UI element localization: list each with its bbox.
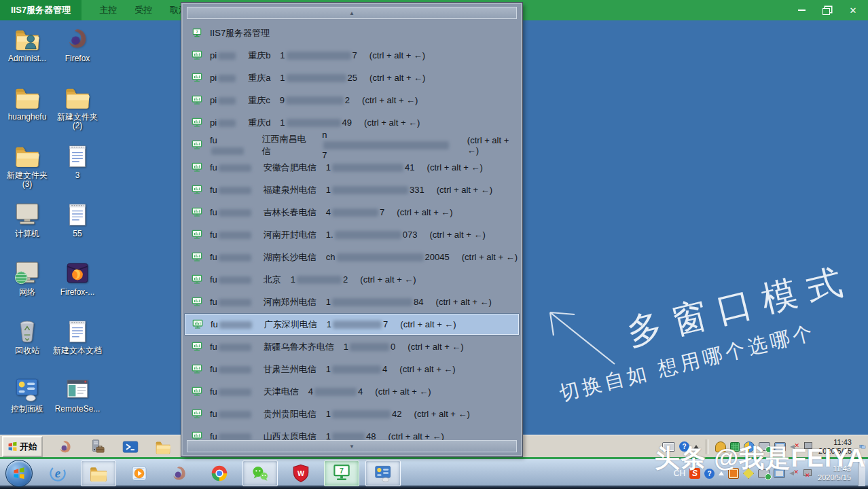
start-orb[interactable] [5,460,33,487]
language-indicator[interactable]: CH [674,469,685,478]
server-monitor-icon [191,230,203,240]
show-desktop-button[interactable] [858,460,865,486]
desktop-icon-new-folder-3[interactable]: 新建文件夹(3) [2,141,52,200]
sogou-input-icon[interactable]: S [689,468,700,479]
session-item-main[interactable]: IIS7服务器管理 [183,22,521,44]
titlebar-menu-item[interactable]: 受控 [134,4,152,16]
server-monitor-icon [191,409,203,420]
taskbar-wechat[interactable] [242,460,278,486]
server-session-item[interactable]: fu 河南开封电信 1.073 (ctrl + alt + ←) [183,223,521,246]
taskbar-firefox[interactable] [162,461,196,486]
server-session-item[interactable]: fu 北京 12 (ctrl + alt + ←) [183,268,521,291]
network-activity-icon[interactable] [730,442,740,452]
keyboard-icon[interactable] [662,442,675,452]
tray-expand-icon[interactable] [693,445,699,449]
server-user: fu [210,162,253,173]
taskbar-iis7-manager[interactable] [324,460,359,486]
quicklaunch-powershell-icon[interactable] [122,438,139,456]
desktop-icon-firefox[interactable]: Firefox [52,24,103,83]
server-session-item[interactable]: fu 福建泉州电信 1331 (ctrl + alt + ←) [183,179,521,201]
tray-app-icon[interactable] [728,468,739,479]
desktop-icon-image [62,200,92,228]
update-icon[interactable] [744,441,755,452]
network-icon[interactable] [774,442,786,452]
taskbar-w-security[interactable] [284,461,318,486]
titlebar-menu-item[interactable]: 主控 [99,4,117,16]
help-icon[interactable]: ? [679,441,689,452]
taskbar-remote-control[interactable] [365,460,401,486]
desktop-icon-image [12,83,42,111]
local-clock[interactable]: 11:43 2020/5/15 [818,465,851,482]
server-session-item[interactable]: fu 新疆乌鲁木齐电信 10 (ctrl + alt + ←) [183,336,521,358]
server-session-item[interactable]: fu 天津电信 44 (ctrl + alt + ←) [183,380,521,403]
desktop-icon-doc-3[interactable]: 3 [52,141,103,200]
desktop-icon-new-folder-2[interactable]: 新建文件夹(2) [52,83,103,141]
screenshot-tool-icon[interactable] [743,468,754,479]
server-user: fu [210,230,253,240]
action-center-flag-icon[interactable] [803,469,811,478]
server-monitor-icon [191,252,203,263]
desktop-icon-new-text-doc[interactable]: 新建文本文档 [52,316,103,375]
volume-muted-icon[interactable] [790,443,799,451]
server-session-item[interactable]: fu 湖南长沙电信 ch20045 (ctrl + alt + ←) [183,246,521,268]
server-session-item[interactable]: pi 重庆b 17 (ctrl + alt + ←) [183,44,521,67]
server-session-item[interactable]: fu 河南郑州电信 184 (ctrl + alt + ←) [183,291,521,313]
minimize-icon[interactable] [796,5,807,16]
tray-expand-icon[interactable] [719,471,724,475]
redacted-user [219,232,251,239]
server-user: pi [210,117,237,128]
server-user: fu [211,319,253,329]
server-location: 河南开封电信 [264,229,317,241]
desktop-icon-doc-55[interactable]: 55 [52,200,103,258]
desktop-icon-network[interactable]: 网络 [2,258,52,316]
server-monitor-icon [191,364,203,375]
usb-device-icon[interactable] [759,442,770,451]
desktop-icon-label: 55 [73,230,82,238]
restore-icon[interactable] [822,5,833,16]
user-session-icon[interactable] [715,441,726,452]
remote-start-button[interactable]: 开始 [2,436,43,457]
network-icon[interactable] [774,469,785,478]
redacted-user [218,97,236,105]
server-session-item[interactable]: pi 重庆a 125 (ctrl + alt + ←) [183,67,521,89]
taskbar-media-player[interactable] [122,461,156,486]
redacted-address [287,74,346,82]
scroll-up-button[interactable]: ▲ [187,7,517,19]
quicklaunch-firefox-icon[interactable] [56,438,74,456]
windows-orb-flag-icon [12,467,26,480]
desktop-icon-image [62,258,92,287]
server-session-item[interactable]: fu 广东深圳电信 17 (ctrl + alt + ←) [184,313,520,336]
server-session-item[interactable]: fu 吉林长春电信 47 (ctrl + alt + ←) [183,201,521,223]
desktop-icon-control-panel[interactable]: 控制面板 [2,375,52,433]
help-icon[interactable]: ? [704,469,715,479]
remote-clock[interactable]: 11:43 2020/5/15 [818,438,852,456]
desktop-icon-administrator[interactable]: Administ... [2,24,52,83]
server-session-item[interactable]: pi 重庆c 92 (ctrl + alt + ←) [183,89,521,111]
watermark-subline: 切换自如 想用哪个选哪个 [557,309,865,405]
volume-icon[interactable] [789,469,799,477]
usb-device-icon[interactable] [758,469,770,478]
shortcut-hint: (ctrl + alt + ←) [360,274,416,285]
action-center-flag-icon[interactable] [803,442,812,451]
server-session-item[interactable]: fu 江西南昌电信 n7 (ctrl + alt + ←) [183,134,521,156]
close-icon[interactable]: ✕ [848,5,858,16]
taskbar-ie[interactable] [41,461,75,486]
desktop-icon-label: huanghefu [8,113,47,122]
desktop-icon-remote-app[interactable]: RemoteSe... [52,375,103,433]
quicklaunch-explorer-icon[interactable] [154,438,172,456]
quicklaunch-computer-management-icon[interactable] [89,438,107,456]
shortcut-hint: (ctrl + alt + ←) [462,252,518,262]
desktop-icon-firefox-installer[interactable]: Firefox-... [52,258,103,316]
redacted-user [219,344,251,351]
scroll-down-button[interactable]: ▼ [187,440,517,452]
desktop-icon-huanghefu[interactable]: huanghefu [2,83,52,141]
taskbar-tile-icon [129,463,149,484]
taskbar-explorer[interactable] [81,460,116,486]
server-location: 天津电信 [264,386,299,398]
server-session-item[interactable]: fu 甘肃兰州电信 14 (ctrl + alt + ←) [183,358,521,380]
desktop-icon-computer[interactable]: 计算机 [2,200,52,258]
server-session-item[interactable]: fu 贵州贵阳电信 142 (ctrl + alt + ←) [183,403,521,425]
desktop-icon-recycle-bin[interactable]: 回收站 [2,316,52,375]
taskbar-chrome[interactable] [202,461,236,486]
server-location: 北京 [264,274,281,286]
